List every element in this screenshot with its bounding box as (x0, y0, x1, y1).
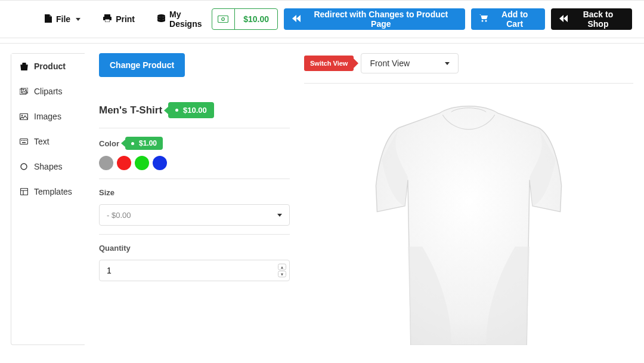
cart-icon (479, 14, 488, 24)
price-value: $10.00 (235, 14, 277, 24)
color-section: Color $1.00 (99, 128, 290, 179)
sidebar-label: Product (34, 61, 66, 71)
back-to-shop-label: Back to Shop (572, 10, 624, 29)
switch-view-badge: Switch View (304, 56, 354, 71)
add-to-cart-button[interactable]: Add to Cart (471, 8, 545, 30)
view-value: Front View (370, 59, 410, 68)
file-icon (45, 14, 52, 24)
quantity-input[interactable] (99, 260, 290, 281)
sidebar-label: Shapes (34, 162, 62, 171)
color-price-tag: $1.00 (125, 137, 163, 150)
my-designs-button[interactable]: My Designs (157, 10, 212, 29)
color-swatch-red[interactable] (117, 156, 131, 170)
redirect-button[interactable]: Redirect with Changes to Product Page (284, 8, 465, 30)
sidebar: Product Cliparts Images Text Shapes Temp… (11, 53, 85, 345)
dot-icon (175, 109, 178, 112)
color-swatch-green[interactable] (135, 156, 149, 170)
sidebar-item-product[interactable]: Product (11, 54, 85, 79)
view-select[interactable]: Front View (361, 53, 459, 73)
canvas-top: Switch View Front View (304, 53, 633, 73)
svg-rect-12 (20, 113, 28, 119)
svg-rect-19 (22, 142, 26, 143)
product-price: $10.00 (183, 106, 207, 115)
quantity-section: Quantity ▲ ▼ (99, 235, 290, 290)
color-swatch-blue[interactable] (153, 156, 167, 170)
product-preview (304, 84, 633, 345)
product-panel: Change Product Men's T-Shirt $10.00 Colo… (99, 53, 290, 345)
svg-rect-16 (23, 140, 24, 141)
print-label: Print (116, 14, 135, 24)
size-section: Size - $0.00 (99, 179, 290, 235)
sidebar-item-cliparts[interactable]: Cliparts (11, 79, 85, 104)
svg-point-20 (21, 164, 27, 170)
database-icon (157, 14, 165, 24)
sidebar-label: Images (34, 112, 61, 121)
sidebar-item-templates[interactable]: Templates (11, 179, 85, 204)
svg-point-6 (222, 18, 225, 21)
redirect-label: Redirect with Changes to Product Page (305, 10, 457, 29)
product-title-row: Men's T-Shirt $10.00 (99, 102, 290, 128)
add-to-cart-label: Add to Cart (493, 10, 537, 29)
quantity-label: Quantity (99, 244, 131, 253)
svg-rect-14 (20, 139, 28, 144)
money-icon (212, 9, 236, 29)
sidebar-item-images[interactable]: Images (11, 104, 85, 129)
bag-icon (20, 63, 28, 70)
svg-rect-15 (21, 140, 23, 141)
quantity-up[interactable]: ▲ (278, 264, 286, 270)
svg-point-11 (23, 89, 24, 90)
svg-point-4 (157, 14, 165, 17)
image-icon (20, 113, 28, 120)
change-product-button[interactable]: Change Product (99, 53, 185, 77)
color-label: Color (99, 139, 119, 148)
rewind-icon (559, 14, 568, 24)
color-swatches (99, 156, 290, 170)
sidebar-item-shapes[interactable]: Shapes (11, 154, 85, 179)
chevron-down-icon (76, 18, 80, 21)
topbar-right: $10.00 Redirect with Changes to Product … (212, 8, 632, 30)
chevron-down-icon (445, 62, 450, 65)
product-price-tag: $10.00 (168, 102, 214, 118)
price-badge: $10.00 (212, 8, 278, 30)
keyboard-icon (20, 139, 28, 144)
back-to-shop-button[interactable]: Back to Shop (551, 8, 632, 30)
file-menu[interactable]: File (45, 14, 80, 24)
rewind-icon (292, 14, 301, 24)
svg-rect-3 (106, 19, 110, 21)
my-designs-label: My Designs (169, 10, 212, 29)
sidebar-item-text[interactable]: Text (11, 129, 85, 154)
color-price: $1.00 (139, 139, 157, 147)
topbar: File Print My Designs $10.00 R (0, 0, 644, 38)
svg-point-7 (481, 20, 483, 22)
print-button[interactable]: Print (103, 14, 135, 24)
file-label: File (56, 14, 70, 24)
svg-rect-5 (218, 16, 228, 23)
main: Product Cliparts Images Text Shapes Temp… (0, 43, 644, 345)
svg-rect-21 (20, 189, 27, 195)
sidebar-label: Text (34, 137, 49, 146)
svg-rect-17 (24, 140, 26, 141)
chevron-down-icon (277, 214, 282, 217)
tshirt-icon (364, 101, 573, 345)
color-swatch-gray[interactable] (99, 156, 113, 170)
sidebar-label: Templates (34, 187, 72, 196)
print-icon (103, 14, 112, 24)
sidebar-label: Cliparts (34, 87, 62, 96)
size-select[interactable]: - $0.00 (99, 204, 290, 226)
canvas-area: Switch View Front View (304, 53, 639, 345)
product-name: Men's T-Shirt (99, 104, 162, 116)
quantity-spinner: ▲ ▼ (278, 264, 286, 278)
quantity-down[interactable]: ▼ (278, 271, 286, 278)
images-icon (20, 88, 28, 95)
topbar-left: File Print My Designs (45, 10, 212, 29)
circle-icon (20, 163, 28, 170)
dot-icon (131, 142, 134, 145)
svg-point-8 (485, 20, 487, 22)
size-value: - $0.00 (107, 211, 131, 220)
svg-rect-18 (26, 140, 27, 141)
svg-rect-0 (104, 14, 110, 17)
size-label: Size (99, 188, 114, 197)
layout-icon (20, 188, 28, 195)
svg-point-13 (21, 115, 23, 116)
